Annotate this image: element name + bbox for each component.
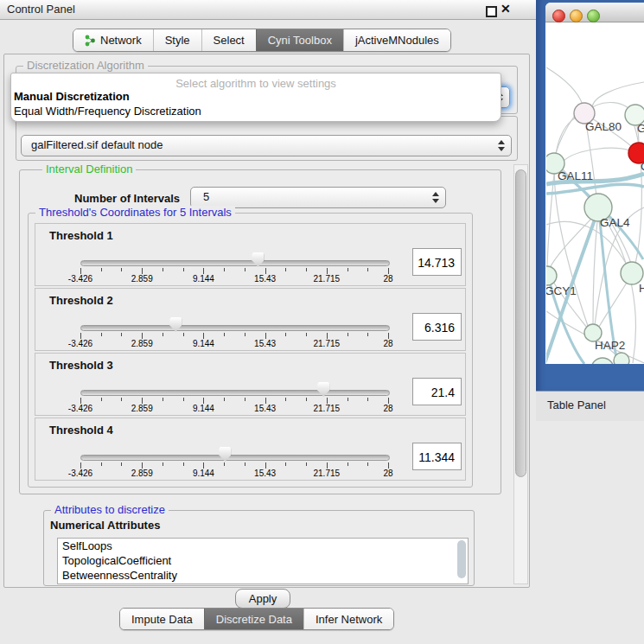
table-data-combobox[interactable]: galFiltered.sif default node (21, 135, 512, 156)
network-window-titlebar[interactable] (545, 3, 644, 22)
threshold-row-4: Threshold 4-3.4262.8599.14415.4321.71528… (35, 418, 466, 481)
slider-tick-labels: -3.4262.8599.14415.4321.71528 (80, 274, 388, 284)
slider-track[interactable] (80, 390, 390, 396)
attributes-group-label: Attributes to discretize (51, 503, 169, 516)
table-panel-body: ⚙ ✓ ✓ shared...n YDL19...YDL1YDR27...YDR… (536, 421, 644, 644)
slider-track[interactable] (80, 260, 390, 266)
number-of-intervals-value: 5 (203, 190, 209, 203)
network-icon (85, 35, 96, 47)
network-edge (546, 67, 583, 105)
slider-tick-labels: -3.4262.8599.14415.4321.71528 (80, 469, 388, 479)
tab-jactivemnodules[interactable]: jActiveMNodules (343, 29, 450, 51)
tab-network[interactable]: Network (73, 29, 153, 51)
list-scrollbar-thumb[interactable] (457, 540, 466, 578)
node-label: GCY1 (546, 284, 577, 297)
tab-label: Discretize Data (216, 613, 292, 626)
node-label: GA (637, 122, 644, 135)
threshold-value-field[interactable]: 21.4 (412, 378, 462, 405)
attribute-item[interactable]: TopologicalCoefficient (58, 553, 468, 568)
bottom-tabbar: Impute DataDiscretize DataInfer Network (119, 608, 394, 630)
attribute-item[interactable]: BetweennessCentrality (58, 568, 468, 583)
float-window-icon[interactable] (486, 6, 497, 17)
tab-discretize-data[interactable]: Discretize Data (204, 609, 303, 629)
tab-cyni-toolbox[interactable]: Cyni Toolbox (256, 29, 343, 51)
network-edge (586, 124, 596, 195)
numerical-attributes-list[interactable]: SelfLoopsTopologicalCoefficientBetweenne… (57, 538, 469, 584)
tab-label: jActiveMNodules (355, 34, 439, 47)
node-label: H (639, 282, 644, 295)
popup-item-equal-width[interactable]: Equal Width/Frequency Discretization (14, 105, 201, 118)
panel-scrollbar-thumb[interactable] (515, 169, 526, 477)
tab-label: Network (100, 34, 142, 47)
interval-definition-label: Interval Definition (42, 163, 136, 175)
node-label: HAP2 (595, 339, 625, 352)
tab-label: Style (165, 34, 190, 47)
threshold-row-1: Threshold 1-3.4262.8599.14415.4321.71528… (35, 223, 466, 286)
tab-label: Impute Data (131, 613, 193, 626)
control-panel-titlebar: Control Panel (0, 0, 536, 20)
threshold-value-field[interactable]: 6.316 (412, 313, 462, 341)
node-label: C (641, 160, 644, 173)
table-panel-titlebar: Table Panel (536, 391, 644, 422)
close-icon[interactable]: ✕ (501, 2, 511, 16)
tab-label: Infer Network (316, 613, 382, 626)
network-edge (555, 117, 574, 156)
slider-track[interactable] (80, 325, 390, 331)
algorithm-group-label: Discretization Algorithm (23, 59, 148, 72)
node-label: GAL4 (600, 216, 630, 229)
threshold-label: Threshold 3 (49, 359, 113, 372)
numerical-attributes-label: Numerical Attributes (50, 519, 160, 532)
threshold-label: Threshold 1 (49, 229, 113, 242)
threshold-label: Threshold 2 (49, 294, 113, 307)
tab-select[interactable]: Select (201, 29, 256, 51)
close-traffic-light-icon[interactable] (552, 10, 565, 22)
attribute-item[interactable]: SelfLoops (58, 539, 468, 553)
node-label: GAL11 (558, 169, 593, 182)
node-label: GAL80 (585, 120, 622, 133)
algorithm-popup: Select algorithm to view settings Manual… (10, 73, 501, 122)
combo-stepper-icon (498, 139, 505, 152)
slider-tick-labels: -3.4262.8599.14415.4321.71528 (80, 339, 388, 349)
network-node[interactable] (614, 353, 629, 364)
threshold-row-2: Threshold 2-3.4262.8599.14415.4321.71528… (35, 288, 466, 351)
threshold-row-3: Threshold 3-3.4262.8599.14415.4321.71528… (35, 353, 466, 416)
minimize-traffic-light-icon[interactable] (570, 10, 583, 22)
network-node[interactable] (591, 358, 614, 364)
popup-hint: Select algorithm to view settings (11, 77, 501, 90)
apply-button[interactable]: Apply (235, 589, 290, 609)
popup-item-manual[interactable]: Manual Discretization (14, 90, 130, 103)
top-tabbar: NetworkStyleSelectCyni ToolboxjActiveMNo… (73, 29, 451, 52)
zoom-traffic-light-icon[interactable] (587, 10, 600, 22)
table-panel-title: Table Panel (547, 399, 606, 411)
tab-impute-data[interactable]: Impute Data (120, 609, 204, 629)
slider-track[interactable] (80, 455, 390, 461)
network-edge (599, 283, 627, 327)
tab-label: Cyni Toolbox (268, 34, 332, 47)
number-of-intervals-label: Number of Intervals (74, 192, 180, 205)
network-edge (564, 148, 629, 161)
network-canvas[interactable]: GAL80GACGAL11GAL4GCY1HHAP2 (546, 22, 644, 364)
network-edge (547, 174, 554, 266)
table-data-value: galFiltered.sif default node (31, 138, 163, 151)
threshold-value-field[interactable]: 14.713 (412, 248, 462, 276)
slider-tick-labels: -3.4262.8599.14415.4321.71528 (80, 404, 388, 414)
threshold-value-field[interactable]: 11.344 (412, 443, 462, 470)
tab-label: Select (214, 34, 245, 47)
thresholds-group-label: Threshold's Coordinates for 5 Intervals (35, 206, 235, 219)
tab-infer-network[interactable]: Infer Network (303, 609, 393, 629)
combo-stepper-icon (432, 191, 439, 204)
panel-title: Control Panel (7, 3, 75, 16)
threshold-label: Threshold 4 (49, 424, 113, 437)
tab-style[interactable]: Style (153, 29, 201, 51)
network-node[interactable] (546, 266, 557, 285)
